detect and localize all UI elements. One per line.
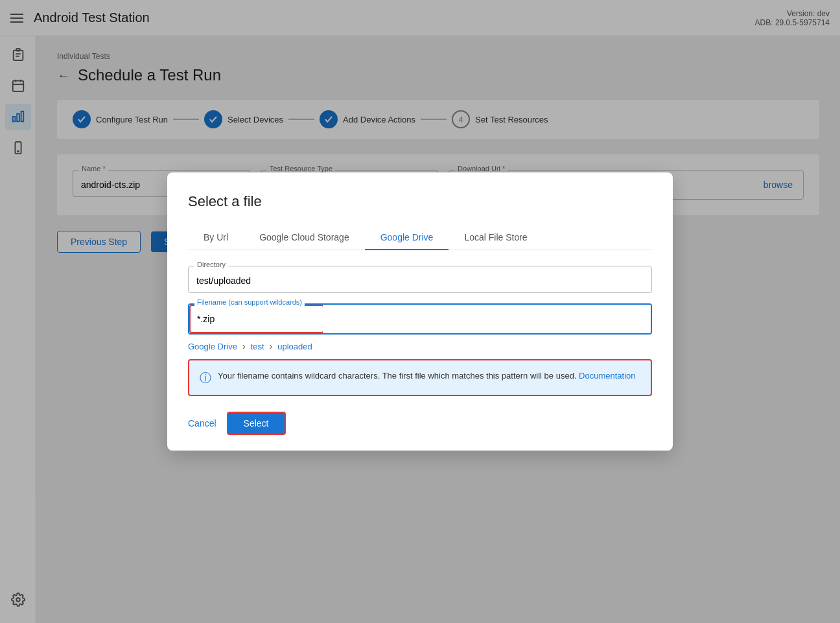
- modal-actions: Cancel Select: [188, 412, 652, 435]
- breadcrumb-root[interactable]: Google Drive: [188, 342, 237, 351]
- tab-local-file-store[interactable]: Local File Store: [449, 226, 542, 250]
- info-text: Your filename contains wildcard characte…: [218, 370, 636, 382]
- info-icon: ⓘ: [200, 370, 211, 386]
- info-box: ⓘ Your filename contains wildcard charac…: [188, 359, 652, 396]
- filename-rest: [323, 305, 651, 333]
- filename-highlight: [189, 305, 324, 333]
- modal-cancel-button[interactable]: Cancel: [188, 418, 216, 429]
- filename-input-outer: [188, 303, 652, 335]
- modal-select-button[interactable]: Select: [227, 412, 286, 435]
- directory-input[interactable]: [188, 266, 652, 293]
- modal-overlay: Select a file By Url Google Cloud Storag…: [0, 0, 840, 623]
- select-file-modal: Select a file By Url Google Cloud Storag…: [167, 172, 673, 451]
- directory-label: Directory: [194, 261, 228, 268]
- filename-label: Filename (can support wildcards): [194, 298, 305, 306]
- tab-google-drive[interactable]: Google Drive: [365, 226, 449, 250]
- filename-rest-input[interactable]: [323, 305, 651, 333]
- modal-file-breadcrumb: Google Drive › test › uploaded: [188, 341, 652, 351]
- filename-field-wrapper: Filename (can support wildcards): [188, 303, 652, 335]
- breadcrumb-test[interactable]: test: [251, 342, 264, 351]
- breadcrumb-uploaded[interactable]: uploaded: [277, 342, 312, 351]
- directory-field: Directory: [188, 266, 652, 293]
- tab-by-url[interactable]: By Url: [188, 226, 244, 250]
- modal-tabs: By Url Google Cloud Storage Google Drive…: [188, 226, 652, 250]
- modal-title: Select a file: [188, 193, 652, 210]
- tab-google-cloud-storage[interactable]: Google Cloud Storage: [244, 226, 365, 250]
- filename-input[interactable]: [192, 307, 321, 331]
- documentation-link[interactable]: Documentation: [579, 371, 635, 381]
